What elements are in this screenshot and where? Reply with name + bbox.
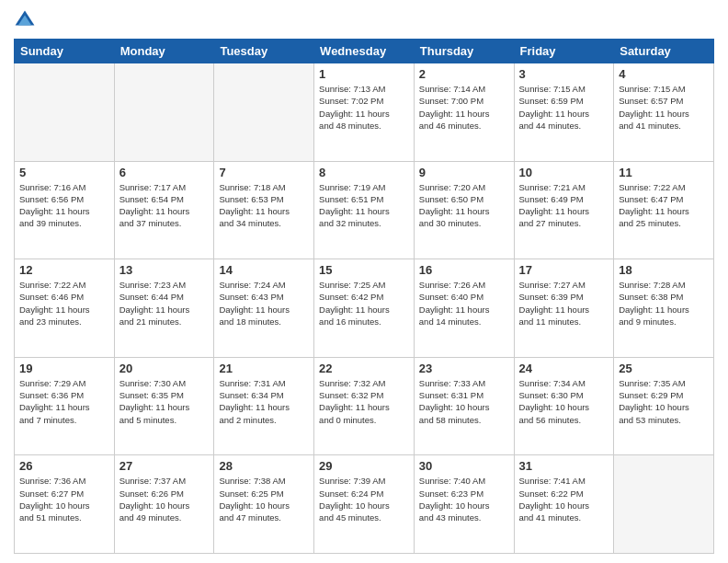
day-number: 6 bbox=[119, 166, 210, 179]
day-info: Sunrise: 7:14 AM Sunset: 7:00 PM Dayligh… bbox=[419, 83, 509, 132]
calendar-header-sunday: Sunday bbox=[15, 40, 115, 63]
week-row-4: 26Sunrise: 7:36 AM Sunset: 6:27 PM Dayli… bbox=[15, 455, 714, 554]
logo-icon bbox=[14, 9, 36, 31]
day-number: 25 bbox=[619, 362, 709, 375]
calendar-cell bbox=[114, 63, 214, 162]
day-number: 5 bbox=[19, 166, 109, 179]
day-info: Sunrise: 7:28 AM Sunset: 6:38 PM Dayligh… bbox=[619, 279, 709, 327]
calendar-header-saturday: Saturday bbox=[614, 40, 714, 63]
day-number: 17 bbox=[519, 263, 609, 277]
day-info: Sunrise: 7:19 AM Sunset: 6:51 PM Dayligh… bbox=[319, 181, 409, 230]
calendar-cell: 1Sunrise: 7:13 AM Sunset: 7:02 PM Daylig… bbox=[314, 63, 415, 162]
day-number: 13 bbox=[119, 263, 210, 277]
day-number: 9 bbox=[419, 166, 509, 179]
day-number: 21 bbox=[219, 362, 309, 375]
calendar-cell: 14Sunrise: 7:24 AM Sunset: 6:43 PM Dayli… bbox=[214, 259, 314, 358]
calendar-cell: 7Sunrise: 7:18 AM Sunset: 6:53 PM Daylig… bbox=[214, 161, 314, 259]
day-info: Sunrise: 7:40 AM Sunset: 6:23 PM Dayligh… bbox=[419, 475, 509, 523]
day-info: Sunrise: 7:29 AM Sunset: 6:36 PM Dayligh… bbox=[19, 377, 109, 426]
week-row-2: 12Sunrise: 7:22 AM Sunset: 6:46 PM Dayli… bbox=[15, 259, 714, 358]
calendar-header-row: SundayMondayTuesdayWednesdayThursdayFrid… bbox=[15, 40, 714, 63]
calendar-cell: 30Sunrise: 7:40 AM Sunset: 6:23 PM Dayli… bbox=[414, 455, 514, 554]
day-number: 3 bbox=[519, 67, 609, 81]
calendar-cell: 25Sunrise: 7:35 AM Sunset: 6:29 PM Dayli… bbox=[614, 357, 714, 455]
calendar-header-thursday: Thursday bbox=[414, 40, 514, 63]
day-info: Sunrise: 7:22 AM Sunset: 6:47 PM Dayligh… bbox=[619, 181, 709, 230]
day-number: 23 bbox=[419, 362, 509, 375]
calendar-cell: 4Sunrise: 7:15 AM Sunset: 6:57 PM Daylig… bbox=[614, 63, 714, 162]
calendar-cell: 8Sunrise: 7:19 AM Sunset: 6:51 PM Daylig… bbox=[314, 161, 415, 259]
day-info: Sunrise: 7:21 AM Sunset: 6:49 PM Dayligh… bbox=[519, 181, 609, 230]
day-number: 16 bbox=[419, 263, 509, 277]
day-number: 14 bbox=[219, 263, 309, 277]
week-row-3: 19Sunrise: 7:29 AM Sunset: 6:36 PM Dayli… bbox=[15, 357, 714, 455]
day-number: 1 bbox=[319, 67, 409, 81]
calendar-cell bbox=[15, 63, 115, 162]
day-number: 4 bbox=[619, 67, 709, 81]
week-row-1: 5Sunrise: 7:16 AM Sunset: 6:56 PM Daylig… bbox=[15, 161, 714, 259]
page: SundayMondayTuesdayWednesdayThursdayFrid… bbox=[0, 0, 728, 563]
day-number: 20 bbox=[119, 362, 210, 375]
day-number: 30 bbox=[419, 459, 509, 473]
calendar-cell: 5Sunrise: 7:16 AM Sunset: 6:56 PM Daylig… bbox=[15, 161, 115, 259]
day-info: Sunrise: 7:27 AM Sunset: 6:39 PM Dayligh… bbox=[519, 279, 609, 327]
day-info: Sunrise: 7:22 AM Sunset: 6:46 PM Dayligh… bbox=[19, 279, 109, 327]
calendar-table: SundayMondayTuesdayWednesdayThursdayFrid… bbox=[14, 39, 714, 554]
calendar-cell: 27Sunrise: 7:37 AM Sunset: 6:26 PM Dayli… bbox=[114, 455, 214, 554]
day-info: Sunrise: 7:15 AM Sunset: 6:59 PM Dayligh… bbox=[519, 83, 609, 132]
header bbox=[14, 9, 714, 31]
day-info: Sunrise: 7:30 AM Sunset: 6:35 PM Dayligh… bbox=[119, 377, 210, 426]
logo bbox=[14, 9, 40, 31]
calendar-cell: 17Sunrise: 7:27 AM Sunset: 6:39 PM Dayli… bbox=[514, 259, 614, 358]
calendar-header-wednesday: Wednesday bbox=[314, 40, 415, 63]
calendar-cell: 24Sunrise: 7:34 AM Sunset: 6:30 PM Dayli… bbox=[514, 357, 614, 455]
calendar-cell: 6Sunrise: 7:17 AM Sunset: 6:54 PM Daylig… bbox=[114, 161, 214, 259]
day-info: Sunrise: 7:34 AM Sunset: 6:30 PM Dayligh… bbox=[519, 377, 609, 426]
day-info: Sunrise: 7:18 AM Sunset: 6:53 PM Dayligh… bbox=[219, 181, 309, 230]
calendar-cell: 18Sunrise: 7:28 AM Sunset: 6:38 PM Dayli… bbox=[614, 259, 714, 358]
calendar-cell: 21Sunrise: 7:31 AM Sunset: 6:34 PM Dayli… bbox=[214, 357, 314, 455]
day-info: Sunrise: 7:41 AM Sunset: 6:22 PM Dayligh… bbox=[519, 475, 609, 523]
day-info: Sunrise: 7:32 AM Sunset: 6:32 PM Dayligh… bbox=[319, 377, 409, 426]
day-number: 8 bbox=[319, 166, 409, 179]
calendar-cell: 29Sunrise: 7:39 AM Sunset: 6:24 PM Dayli… bbox=[314, 455, 415, 554]
calendar-cell bbox=[214, 63, 314, 162]
day-info: Sunrise: 7:26 AM Sunset: 6:40 PM Dayligh… bbox=[419, 279, 509, 327]
day-info: Sunrise: 7:35 AM Sunset: 6:29 PM Dayligh… bbox=[619, 377, 709, 426]
day-info: Sunrise: 7:37 AM Sunset: 6:26 PM Dayligh… bbox=[119, 475, 210, 523]
day-number: 29 bbox=[319, 459, 409, 473]
day-number: 28 bbox=[219, 459, 309, 473]
day-info: Sunrise: 7:16 AM Sunset: 6:56 PM Dayligh… bbox=[19, 181, 109, 230]
day-number: 24 bbox=[519, 362, 609, 375]
calendar-cell: 19Sunrise: 7:29 AM Sunset: 6:36 PM Dayli… bbox=[15, 357, 115, 455]
calendar-cell: 13Sunrise: 7:23 AM Sunset: 6:44 PM Dayli… bbox=[114, 259, 214, 358]
calendar-header-tuesday: Tuesday bbox=[214, 40, 314, 63]
day-info: Sunrise: 7:17 AM Sunset: 6:54 PM Dayligh… bbox=[119, 181, 210, 230]
day-info: Sunrise: 7:36 AM Sunset: 6:27 PM Dayligh… bbox=[19, 475, 109, 523]
day-number: 27 bbox=[119, 459, 210, 473]
calendar-header-friday: Friday bbox=[514, 40, 614, 63]
day-info: Sunrise: 7:15 AM Sunset: 6:57 PM Dayligh… bbox=[619, 83, 709, 132]
day-info: Sunrise: 7:31 AM Sunset: 6:34 PM Dayligh… bbox=[219, 377, 309, 426]
day-info: Sunrise: 7:23 AM Sunset: 6:44 PM Dayligh… bbox=[119, 279, 210, 327]
calendar-cell bbox=[614, 455, 714, 554]
day-number: 31 bbox=[519, 459, 609, 473]
day-number: 15 bbox=[319, 263, 409, 277]
day-number: 7 bbox=[219, 166, 309, 179]
calendar-cell: 26Sunrise: 7:36 AM Sunset: 6:27 PM Dayli… bbox=[15, 455, 115, 554]
calendar-cell: 10Sunrise: 7:21 AM Sunset: 6:49 PM Dayli… bbox=[514, 161, 614, 259]
day-number: 11 bbox=[619, 166, 709, 179]
calendar-cell: 15Sunrise: 7:25 AM Sunset: 6:42 PM Dayli… bbox=[314, 259, 415, 358]
calendar-cell: 28Sunrise: 7:38 AM Sunset: 6:25 PM Dayli… bbox=[214, 455, 314, 554]
calendar-header-monday: Monday bbox=[114, 40, 214, 63]
day-number: 12 bbox=[19, 263, 109, 277]
day-info: Sunrise: 7:20 AM Sunset: 6:50 PM Dayligh… bbox=[419, 181, 509, 230]
day-info: Sunrise: 7:38 AM Sunset: 6:25 PM Dayligh… bbox=[219, 475, 309, 523]
day-info: Sunrise: 7:13 AM Sunset: 7:02 PM Dayligh… bbox=[319, 83, 409, 132]
calendar-cell: 2Sunrise: 7:14 AM Sunset: 7:00 PM Daylig… bbox=[414, 63, 514, 162]
calendar-cell: 23Sunrise: 7:33 AM Sunset: 6:31 PM Dayli… bbox=[414, 357, 514, 455]
week-row-0: 1Sunrise: 7:13 AM Sunset: 7:02 PM Daylig… bbox=[15, 63, 714, 162]
day-number: 10 bbox=[519, 166, 609, 179]
calendar-cell: 9Sunrise: 7:20 AM Sunset: 6:50 PM Daylig… bbox=[414, 161, 514, 259]
calendar-cell: 11Sunrise: 7:22 AM Sunset: 6:47 PM Dayli… bbox=[614, 161, 714, 259]
